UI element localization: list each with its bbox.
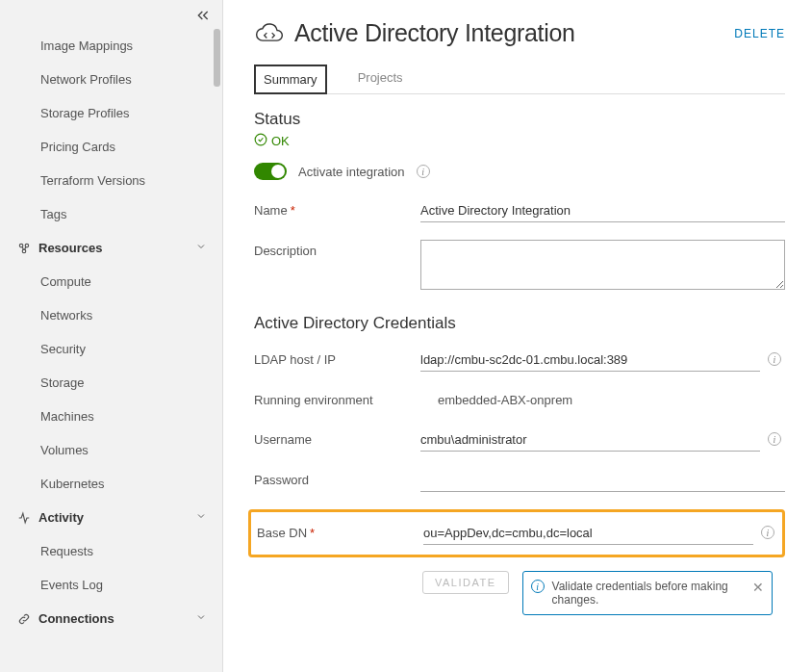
name-input[interactable] (420, 199, 785, 222)
validate-button[interactable]: VALIDATE (422, 571, 509, 594)
sidebar-item-image-mappings[interactable]: Image Mappings (0, 29, 222, 63)
chevron-down-icon (195, 611, 207, 626)
info-icon: i (531, 580, 545, 593)
info-icon[interactable]: i (768, 432, 781, 446)
sidebar-item-tags[interactable]: Tags (0, 197, 222, 231)
svg-point-2 (22, 249, 26, 253)
name-label: Name* (254, 199, 413, 218)
credentials-heading: Active Directory Credentials (254, 314, 785, 333)
sidebar-item-pricing-cards[interactable]: Pricing Cards (0, 130, 222, 164)
close-icon[interactable]: ✕ (752, 580, 764, 595)
sidebar-group-connections[interactable]: Connections (0, 602, 222, 635)
tab-summary[interactable]: Summary (254, 65, 327, 94)
tab-projects[interactable]: Projects (350, 65, 411, 93)
sidebar-group-resources[interactable]: Resources (0, 231, 222, 265)
delete-button[interactable]: DELETE (734, 27, 785, 40)
sidebar-item-storage-profiles[interactable]: Storage Profiles (0, 96, 222, 130)
info-icon[interactable]: i (417, 165, 430, 178)
tab-bar: Summary Projects (254, 65, 785, 94)
cloud-integration-icon (254, 20, 285, 47)
activate-toggle[interactable] (254, 163, 287, 180)
sidebar-item-events-log[interactable]: Events Log (0, 568, 222, 602)
runenv-value: embedded-ABX-onprem (420, 389, 785, 411)
username-input[interactable] (420, 428, 760, 452)
sidebar-group-label: Resources (38, 241, 102, 255)
password-input[interactable] (420, 469, 785, 492)
activate-label: Activate integration (298, 165, 405, 179)
validate-notice: i Validate credentials before making cha… (522, 571, 773, 615)
notice-text: Validate credentials before making chang… (552, 580, 728, 607)
sidebar-item-networks[interactable]: Networks (0, 298, 222, 332)
basedn-input[interactable] (423, 522, 753, 545)
info-icon[interactable]: i (761, 526, 774, 539)
sidebar-item-compute[interactable]: Compute (0, 265, 222, 298)
sidebar-item-kubernetes[interactable]: Kubernetes (0, 467, 222, 501)
sidebar: Image Mappings Network Profiles Storage … (0, 0, 223, 672)
description-input[interactable] (420, 240, 785, 290)
scrollbar-thumb[interactable] (214, 29, 220, 87)
info-icon[interactable]: i (768, 352, 781, 366)
sidebar-item-machines[interactable]: Machines (0, 400, 222, 433)
sidebar-item-terraform-versions[interactable]: Terraform Versions (0, 164, 222, 197)
basedn-label: Base DN* (257, 522, 416, 540)
sidebar-item-volumes[interactable]: Volumes (0, 433, 222, 467)
sidebar-item-network-profiles[interactable]: Network Profiles (0, 63, 222, 96)
sidebar-item-security[interactable]: Security (0, 332, 222, 366)
sidebar-group-activity[interactable]: Activity (0, 501, 222, 534)
description-label: Description (254, 240, 413, 258)
status-heading: Status (254, 110, 785, 129)
activity-icon (17, 511, 33, 525)
status-ok-icon (254, 133, 267, 149)
chevron-down-icon (195, 510, 207, 525)
username-label: Username (254, 428, 413, 447)
sidebar-collapse-button[interactable] (195, 8, 215, 27)
runenv-label: Running environment (254, 389, 413, 407)
main-content: Active Directory Integration DELETE Summ… (223, 0, 812, 672)
sidebar-group-label: Connections (38, 611, 114, 626)
ldap-label: LDAP host / IP (254, 349, 413, 367)
sidebar-item-requests[interactable]: Requests (0, 534, 222, 568)
page-title: Active Directory Integration (294, 19, 575, 47)
svg-point-3 (255, 134, 266, 145)
status-value: OK (271, 134, 290, 148)
chevron-down-icon (195, 241, 207, 255)
sidebar-group-label: Activity (38, 510, 84, 525)
basedn-highlight: Base DN* i (248, 509, 785, 557)
password-label: Password (254, 469, 413, 487)
resources-icon (17, 242, 33, 255)
connections-icon (17, 612, 33, 626)
sidebar-item-storage[interactable]: Storage (0, 366, 222, 400)
ldap-input[interactable] (420, 349, 760, 372)
